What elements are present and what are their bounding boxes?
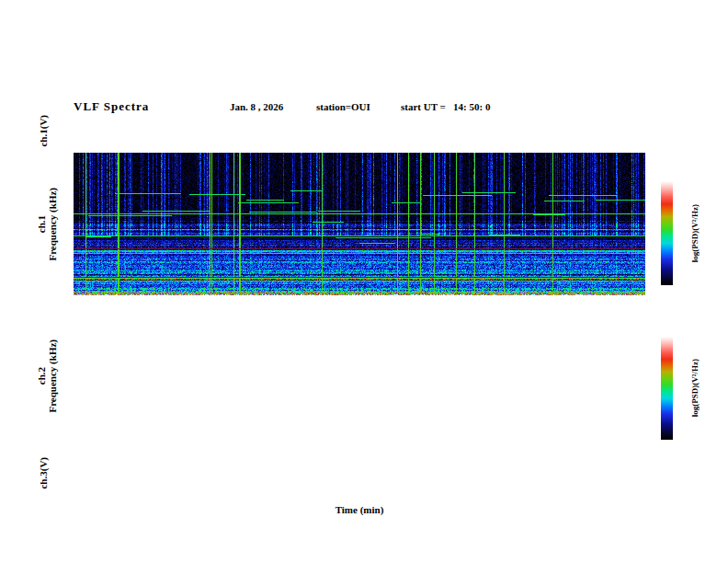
ch1-waveform-panel — [74, 117, 645, 144]
station-label: station=OUI — [316, 101, 370, 112]
ch3-waveform-panel — [74, 457, 645, 488]
colorbar-ch2 — [661, 337, 673, 440]
ch1-spectrogram-panel — [74, 153, 645, 295]
colorbar1-label: log(PSD)(V²/Hz) — [688, 181, 700, 285]
colorbar-ch1 — [661, 181, 673, 285]
ch1-frequency-axis-label: ch.1 Frequency (kHz) — [35, 153, 59, 295]
ch2-spectrogram-panel — [74, 304, 645, 447]
ch3-voltage-axis-label: ch.3(V) — [37, 449, 50, 497]
start-ut-label: start UT = 14: 50: 0 — [401, 101, 490, 112]
colorbar2-label: log(PSD)(V²/Hz) — [688, 337, 700, 440]
ch1-voltage-axis-label: ch.1(V) — [37, 103, 50, 158]
vlf-spectra-figure: VLF Spectra Jan. 8 , 2026 station=OUI st… — [0, 0, 728, 563]
plot-title: VLF Spectra — [74, 99, 149, 114]
ch2-frequency-axis-label: ch.2 Frequency (kHz) — [35, 304, 59, 447]
x-axis-label: Time (min) — [304, 504, 415, 515]
plot-date: Jan. 8 , 2026 — [230, 101, 283, 112]
